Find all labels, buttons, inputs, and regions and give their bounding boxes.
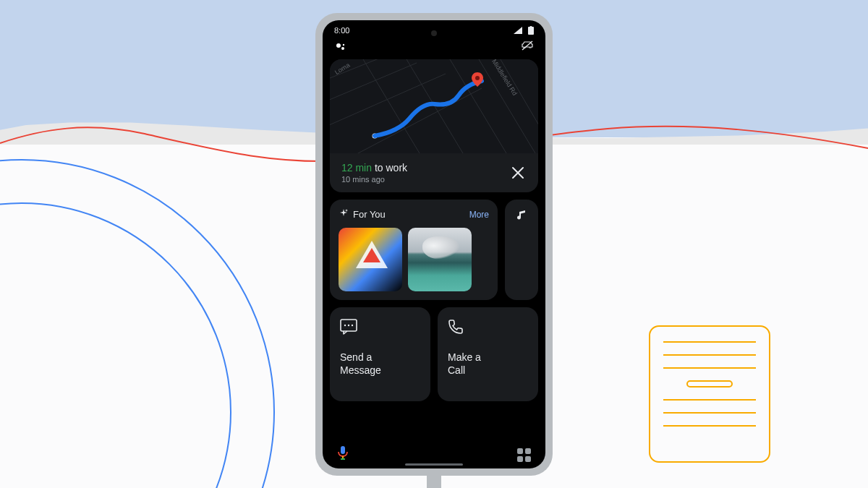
for-you-card: For You More [330, 200, 498, 300]
music-app-card[interactable] [505, 200, 538, 300]
for-you-title: For You [353, 209, 386, 220]
music-note-icon [516, 210, 527, 224]
make-call-label: Make a Call [448, 351, 528, 377]
sparkle-icon [339, 208, 349, 221]
voice-assistant-button[interactable] [337, 445, 349, 464]
message-icon [340, 319, 420, 338]
dismiss-navigation-button[interactable] [509, 164, 527, 181]
app-bar [323, 38, 545, 59]
make-call-card[interactable]: Make a Call [438, 307, 538, 401]
for-you-more-link[interactable]: More [469, 210, 489, 220]
svg-point-9 [344, 325, 346, 326]
camera-notch [431, 30, 437, 36]
battery-icon [528, 26, 534, 35]
svg-point-11 [352, 325, 353, 326]
driving-mode-content: Loma Middlefield Rd 12 min to work 10 mi… [323, 59, 545, 438]
svg-point-3 [341, 47, 344, 50]
phone-device: 8:00 [315, 13, 553, 476]
eta-timestamp: 10 mins ago [341, 175, 407, 184]
phone-icon [448, 319, 528, 338]
assistant-icon[interactable] [334, 40, 347, 53]
send-message-label: Send a Message [340, 351, 420, 377]
app-launcher-button[interactable] [517, 448, 531, 462]
navigation-info-row: 12 min to work 10 mins ago [330, 153, 538, 192]
svg-rect-1 [530, 26, 532, 27]
phone-mount-stem [427, 475, 441, 488]
svg-point-2 [336, 43, 341, 48]
signal-icon [514, 27, 522, 34]
status-time: 8:00 [334, 26, 349, 35]
decorative-document-icon [649, 325, 770, 463]
map-preview[interactable]: Loma Middlefield Rd [330, 59, 538, 153]
svg-point-7 [475, 76, 480, 80]
media-suggestions [339, 228, 489, 291]
svg-point-10 [348, 325, 349, 326]
svg-point-4 [343, 44, 344, 46]
navigation-card[interactable]: Loma Middlefield Rd 12 min to work 10 mi… [330, 59, 538, 192]
svg-rect-12 [341, 446, 345, 454]
route-line [330, 59, 538, 153]
send-message-card[interactable]: Send a Message [330, 307, 430, 401]
close-icon [511, 166, 524, 179]
home-indicator[interactable] [405, 463, 463, 466]
destination-pin-icon [472, 72, 483, 90]
media-item-1[interactable] [339, 228, 402, 291]
car-muted-icon[interactable] [521, 40, 534, 53]
eta-text: 12 min to work [341, 162, 407, 174]
phone-screen: 8:00 [323, 20, 545, 468]
media-item-2[interactable] [408, 228, 472, 291]
svg-rect-0 [528, 27, 534, 35]
